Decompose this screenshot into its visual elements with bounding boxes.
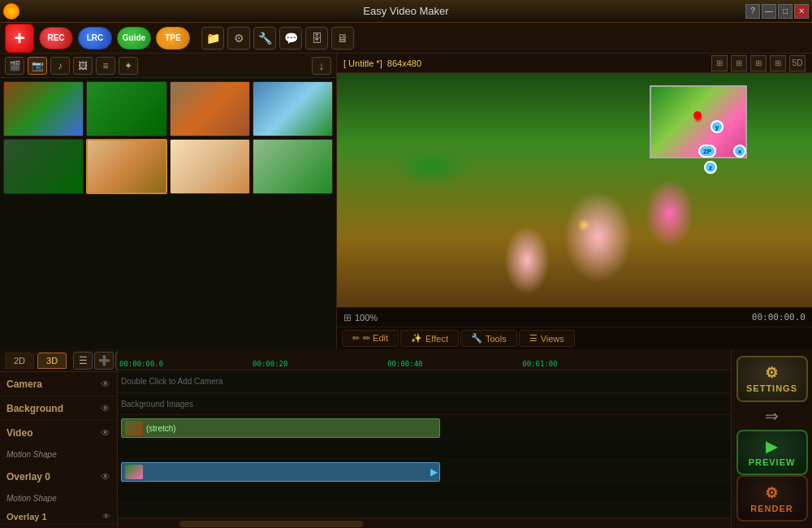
ruler-mark-40: 00:00:40 bbox=[387, 360, 422, 368]
views-tab[interactable]: ☰ Views bbox=[519, 330, 575, 347]
grid-icon-3[interactable]: ⊞ bbox=[750, 55, 767, 71]
timeline-scrollbar[interactable] bbox=[118, 518, 731, 528]
grid-icon-1[interactable]: ⊞ bbox=[711, 55, 728, 71]
overlay0-clip[interactable]: ▶ bbox=[121, 462, 440, 482]
guide-button[interactable]: Guide bbox=[117, 27, 151, 50]
y-handle[interactable]: y bbox=[710, 120, 723, 133]
camera-hint: Double Click to Add Camera bbox=[121, 377, 223, 386]
arrow-icon: ⇒ bbox=[764, 402, 780, 430]
overlay0-timeline-row: ▶ bbox=[118, 459, 731, 483]
ruler-mark-0: 00:00:00.0 bbox=[119, 360, 163, 368]
zoom-icon[interactable]: ⊞ bbox=[343, 312, 352, 323]
toolbar-icon-db[interactable]: 🗄 bbox=[305, 27, 328, 50]
media-btn-video[interactable]: 🎬 bbox=[5, 57, 24, 75]
settings-button[interactable]: ⚙ SETTINGS bbox=[736, 356, 808, 402]
tl-btn-add-clip[interactable]: ➕ bbox=[94, 352, 114, 370]
camera-label: Camera bbox=[6, 379, 42, 390]
background-label-row: Background 👁 bbox=[0, 396, 117, 421]
media-thumb-5[interactable] bbox=[3, 139, 84, 194]
action-tabs: ✏ ✏ Edit ✨ Effect 🔧 Tools ☰ Views bbox=[337, 327, 812, 349]
media-btn-image[interactable]: 🖼 bbox=[73, 57, 93, 75]
video-clip-thumb bbox=[125, 421, 143, 435]
grid-icon-2[interactable]: ⊞ bbox=[731, 55, 747, 71]
effect-tab[interactable]: ✨ Effect bbox=[400, 330, 459, 347]
tpe-button[interactable]: TPE bbox=[156, 27, 190, 50]
media-grid bbox=[0, 78, 336, 349]
background-label: Background bbox=[6, 403, 63, 414]
overlay1-eye[interactable]: 👁 bbox=[102, 512, 110, 521]
window-controls: ? — □ ✕ bbox=[745, 4, 809, 19]
app-logo bbox=[3, 3, 19, 19]
preview-canvas: y ZP x z bbox=[337, 73, 812, 307]
overlay1-label-row: Overlay 1 👁 bbox=[0, 509, 117, 525]
timeline-main: 00:00:00.0 00:00:20 00:00:40 00:01:00 Do… bbox=[118, 349, 731, 528]
video-clip[interactable]: (stretch) bbox=[121, 418, 440, 438]
overlay0-motion-label: Motion Shape bbox=[0, 489, 117, 509]
camera-eye[interactable]: 👁 bbox=[101, 379, 110, 390]
media-thumb-2[interactable] bbox=[86, 81, 166, 136]
overlay0-motion-row bbox=[118, 483, 731, 503]
overlay1-label: Overlay 1 bbox=[6, 512, 47, 522]
media-thumb-8[interactable] bbox=[253, 139, 333, 194]
video-eye[interactable]: 👁 bbox=[101, 427, 110, 439]
video-motion-label: Motion Shape bbox=[0, 445, 117, 465]
toolbar-icon-monitor[interactable]: 🖥 bbox=[331, 27, 354, 50]
preview-timecode: 00:00:00.0 bbox=[752, 312, 806, 322]
titlebar: Easy Video Maker ? — □ ✕ bbox=[0, 0, 812, 23]
media-btn-audio[interactable]: ♪ bbox=[50, 57, 70, 75]
grid-icon-4[interactable]: ⊞ bbox=[770, 55, 786, 71]
toolbar-icon-wrench[interactable]: 🔧 bbox=[253, 27, 276, 50]
close-button[interactable]: ✕ bbox=[794, 4, 809, 19]
video-clip-label: (stretch) bbox=[146, 424, 176, 433]
overlay0-clip-thumb bbox=[125, 465, 143, 479]
toolbar-icon-file[interactable]: 📁 bbox=[201, 27, 224, 50]
video-label-row: Video 👁 bbox=[0, 421, 117, 445]
toolbar-icon-settings[interactable]: ⚙ bbox=[227, 27, 250, 50]
timeline-ruler: 00:00:00.0 00:00:20 00:00:40 00:01:00 bbox=[118, 349, 731, 370]
timeline-section: 2D 3D ☰ ➕ ⬆ ▶ ⬛ 🔍 🔎 ↺ ↻ Camera 👁 Backgro… bbox=[0, 349, 812, 528]
ruler-mark-20: 00:00:20 bbox=[253, 360, 287, 368]
media-thumb-7[interactable] bbox=[170, 139, 250, 194]
media-btn-photo[interactable]: 📷 bbox=[28, 57, 47, 75]
zoom-bar: ⊞ 100% 00:00:00.0 bbox=[337, 307, 812, 327]
media-btn-list[interactable]: ≡ bbox=[96, 57, 115, 75]
minimize-button[interactable]: — bbox=[762, 4, 776, 19]
effect-icon: ✨ bbox=[411, 333, 422, 344]
tab-2d[interactable]: 2D bbox=[5, 353, 34, 369]
overlay0-eye[interactable]: 👁 bbox=[101, 471, 110, 483]
render-button[interactable]: ⚙ RENDER bbox=[736, 475, 808, 522]
timeline-labels: 2D 3D ☰ ➕ ⬆ ▶ ⬛ 🔍 🔎 ↺ ↻ Camera 👁 Backgro… bbox=[0, 349, 118, 528]
preview-button[interactable]: ▶ PREVIEW bbox=[736, 430, 808, 476]
background-eye[interactable]: 👁 bbox=[101, 403, 110, 414]
x-handle[interactable]: x bbox=[733, 145, 746, 158]
tools-tab[interactable]: 🔧 Tools bbox=[460, 330, 517, 347]
toolbar-icon-chat[interactable]: 💬 bbox=[279, 27, 302, 50]
zoom-percent: 100% bbox=[355, 313, 378, 322]
tl-btn-list[interactable]: ☰ bbox=[73, 352, 93, 370]
project-title: [ Untitle *] 864x480 bbox=[343, 58, 421, 68]
right-panel: [ Untitle *] 864x480 ⊞ ⊞ ⊞ ⊞ 5D bbox=[337, 54, 812, 349]
help-button[interactable]: ? bbox=[745, 4, 760, 19]
tools-icon: 🔧 bbox=[471, 333, 482, 344]
media-thumb-4[interactable] bbox=[253, 81, 333, 136]
background-timeline-row: Background Images bbox=[118, 393, 731, 416]
media-thumb-1[interactable] bbox=[3, 81, 84, 136]
edit-tab[interactable]: ✏ ✏ Edit bbox=[342, 330, 399, 347]
grid-icon-5[interactable]: 5D bbox=[789, 55, 806, 71]
media-thumb-6[interactable] bbox=[86, 139, 166, 194]
z-handle[interactable]: z bbox=[704, 161, 717, 174]
lrc-button[interactable]: LRC bbox=[78, 27, 112, 50]
tab-3d[interactable]: 3D bbox=[37, 353, 67, 369]
rec-button[interactable]: REC bbox=[39, 27, 73, 50]
overlay1-timeline-row bbox=[118, 503, 731, 518]
media-thumb-3[interactable] bbox=[170, 81, 250, 136]
app-title: Easy Video Maker bbox=[363, 5, 448, 17]
video-motion-row bbox=[118, 439, 731, 459]
download-button[interactable]: ↓ bbox=[312, 57, 331, 75]
maximize-button[interactable]: □ bbox=[778, 4, 793, 19]
scroll-thumb[interactable] bbox=[179, 521, 364, 527]
media-btn-star[interactable]: ✦ bbox=[119, 57, 138, 75]
add-button[interactable]: + bbox=[5, 24, 34, 53]
zp-handle[interactable]: ZP bbox=[698, 145, 716, 158]
main-toolbar: + REC LRC Guide TPE 📁 ⚙ 🔧 💬 🗄 🖥 bbox=[0, 23, 812, 54]
